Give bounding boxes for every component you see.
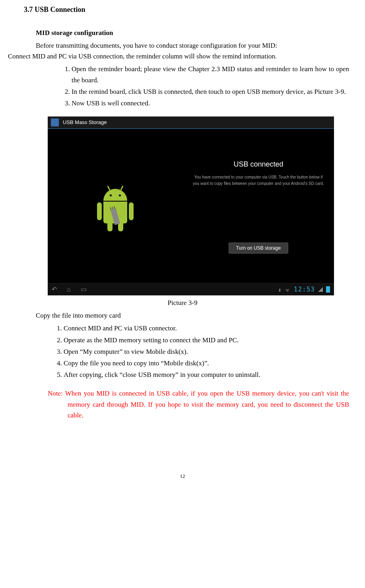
list-item: Copy the file you need to copy into “Mob… [64,358,357,369]
signal-icon [318,287,323,292]
battery-icon [326,286,330,293]
list-item: In the remind board, click USB is connec… [72,86,357,97]
usb-description: You have connected to your computer via … [191,174,326,187]
usb-connected-heading: USB connected [233,159,283,170]
usb-info-panel: USB connected You have connected to your… [183,128,334,283]
intro-paragraph-1: Before transmitting documents, you have … [8,40,357,51]
subheading-storage-config: MID storage configuration [36,27,357,38]
list-item: Open “My computer” to view Mobile disk(x… [64,346,357,357]
page-number: 12 [8,472,357,481]
main-steps-list: Open the reminder board; please view the… [56,64,357,109]
turn-on-usb-storage-button[interactable]: Turn on USB storage [229,243,288,254]
list-item: Operate as the MID memory setting to con… [64,335,357,345]
note-text: Note: When you MID is connected in USB c… [48,388,349,421]
window-title-bar: USB Mass Storage [48,116,334,129]
android-illustration-panel [48,128,183,283]
list-item: Now USB is well connected. [72,98,357,109]
download-icon: ⬇ [278,287,283,292]
back-icon[interactable]: ↶ [52,284,57,295]
home-icon[interactable]: ⌂ [67,284,71,295]
intro-paragraph-2: Connect MID and PC via USB connection, t… [8,51,357,62]
copy-steps-list: Connect MID and PC via USB connector. Op… [48,323,357,380]
figure-screenshot: USB Mass Storage USB co [48,116,334,295]
copy-heading: Copy the file into memory card [36,310,357,321]
usb-app-icon [51,118,59,126]
list-item: Connect MID and PC via USB connector. [64,323,357,334]
system-nav-bar: ↶ ⌂ ▭ ⬇ Ψ 12:53 [48,283,334,295]
section-heading: 3.7 USB Connection [24,4,357,16]
usb-status-icon: Ψ [286,287,291,292]
figure-caption: Picture 3-9 [8,297,357,308]
list-item: After copying, click “close USB memory” … [64,369,357,380]
window-title: USB Mass Storage [63,118,107,127]
clock: 12:53 [294,284,315,295]
list-item: Open the reminder board; please view the… [72,64,357,85]
recent-apps-icon[interactable]: ▭ [81,284,87,295]
android-usb-icon [95,189,135,223]
